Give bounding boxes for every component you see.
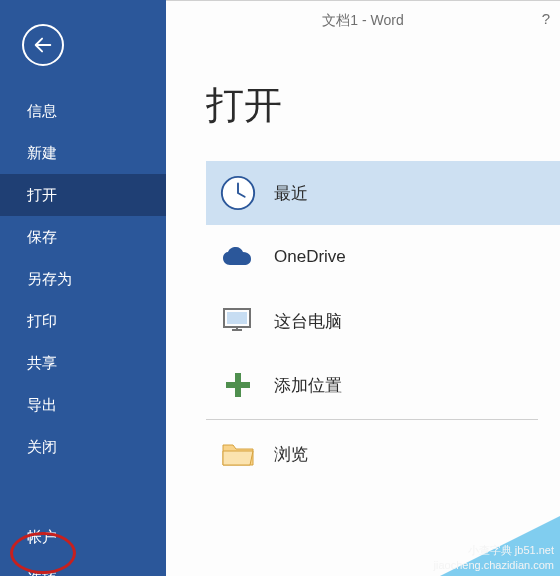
open-source-list: 最近 OneDrive 这台电脑 <box>206 161 560 486</box>
source-label: 浏览 <box>274 443 308 466</box>
main-panel: 文档1 - Word ? 打开 最近 OneDrive <box>166 0 560 576</box>
doc-title: 文档1 - Word <box>322 12 403 30</box>
titlebar: 文档1 - Word <box>166 0 560 40</box>
nav-label: 选项 <box>27 570 57 577</box>
nav-item-close[interactable]: 关闭 <box>0 426 166 468</box>
nav-label: 帐户 <box>27 528 57 547</box>
computer-icon <box>218 301 258 341</box>
nav-label: 共享 <box>27 354 57 373</box>
nav-item-open[interactable]: 打开 <box>0 174 166 216</box>
source-onedrive[interactable]: OneDrive <box>206 225 560 289</box>
onedrive-icon <box>218 237 258 277</box>
nav-item-save[interactable]: 保存 <box>0 216 166 258</box>
nav-item-options[interactable]: 选项 <box>0 558 166 576</box>
source-label: OneDrive <box>274 247 346 267</box>
nav-label: 导出 <box>27 396 57 415</box>
nav-label: 保存 <box>27 228 57 247</box>
svg-rect-4 <box>226 382 250 388</box>
nav-label: 打开 <box>27 186 57 205</box>
nav-item-account[interactable]: 帐户 <box>0 516 166 558</box>
source-recent[interactable]: 最近 <box>206 161 560 225</box>
nav-item-export[interactable]: 导出 <box>0 384 166 426</box>
nav-spacer <box>0 468 166 516</box>
source-browse[interactable]: 浏览 <box>206 422 560 486</box>
nav-item-share[interactable]: 共享 <box>0 342 166 384</box>
nav-label: 打印 <box>27 312 57 331</box>
nav-item-info[interactable]: 信息 <box>0 90 166 132</box>
nav-item-print[interactable]: 打印 <box>0 300 166 342</box>
recent-icon <box>218 173 258 213</box>
nav-label: 信息 <box>27 102 57 121</box>
plus-icon <box>218 365 258 405</box>
source-label: 添加位置 <box>274 374 342 397</box>
backstage-sidebar: 信息 新建 打开 保存 另存为 打印 共享 导出 关闭 帐户 选项 <box>0 0 166 576</box>
source-label: 最近 <box>274 182 308 205</box>
nav-label: 关闭 <box>27 438 57 457</box>
source-thispc[interactable]: 这台电脑 <box>206 289 560 353</box>
back-button[interactable] <box>22 24 64 66</box>
help-button[interactable]: ? <box>542 10 550 27</box>
nav-item-new[interactable]: 新建 <box>0 132 166 174</box>
svg-rect-2 <box>227 312 247 324</box>
nav-label: 另存为 <box>27 270 72 289</box>
page-title: 打开 <box>206 80 560 131</box>
watermark-line2: jiaocheng.chazidian.com <box>434 558 554 572</box>
folder-icon <box>218 434 258 474</box>
divider <box>206 419 538 420</box>
arrow-left-icon <box>32 34 54 56</box>
source-addplace[interactable]: 添加位置 <box>206 353 560 417</box>
source-label: 这台电脑 <box>274 310 342 333</box>
watermark-line1: 小查字典 jb51.net <box>434 543 554 557</box>
nav-item-saveas[interactable]: 另存为 <box>0 258 166 300</box>
watermark: 小查字典 jb51.net jiaocheng.chazidian.com <box>420 516 560 576</box>
nav-label: 新建 <box>27 144 57 163</box>
